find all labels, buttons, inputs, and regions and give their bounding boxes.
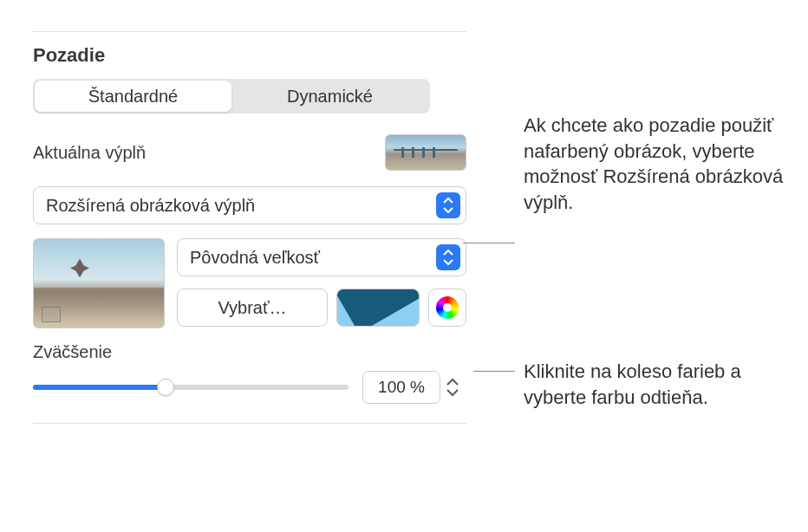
current-fill-thumbnail[interactable] <box>385 134 466 171</box>
tint-color-well[interactable] <box>336 289 420 327</box>
color-wheel-icon <box>436 296 459 319</box>
background-type-segmented[interactable]: Štandardné Dynamické <box>33 79 430 114</box>
callout-line <box>463 243 515 243</box>
segment-standard[interactable]: Štandardné <box>35 81 231 112</box>
zoom-stepper[interactable] <box>446 371 466 404</box>
zoom-slider[interactable] <box>33 385 349 390</box>
choose-tint-row: Vybrať… <box>177 289 466 327</box>
callout-text-color-wheel: Kliknite na koleso farieb a vyberte farb… <box>515 359 792 410</box>
zoom-stepper-group: 100 % <box>362 371 466 404</box>
divider-top <box>33 31 466 32</box>
callout-advanced-fill: Ak chcete ako pozadie použiť nafarbený o… <box>463 113 784 243</box>
fill-type-popup-label: Rozšírená obrázková výplň <box>46 196 436 216</box>
caret-up-icon <box>446 378 459 386</box>
fill-type-popup[interactable]: Rozšírená obrázková výplň <box>33 186 466 224</box>
color-wheel-button[interactable] <box>428 289 466 327</box>
callout-color-wheel: Kliknite na koleso farieb a vyberte farb… <box>473 359 792 410</box>
section-title: Pozadie <box>33 44 466 67</box>
callout-line <box>473 371 515 372</box>
zoom-label: Zväčšenie <box>33 342 466 362</box>
popup-arrows-icon <box>436 244 460 270</box>
zoom-value-text: 100 % <box>378 378 425 397</box>
scale-popup[interactable]: Pôvodná veľkosť <box>177 238 466 276</box>
zoom-slider-thumb[interactable] <box>157 379 174 396</box>
choose-button[interactable]: Vybrať… <box>177 289 328 327</box>
background-panel: Pozadie Štandardné Dynamické Aktuálna vý… <box>24 17 475 453</box>
callout-text-advanced-fill: Ak chcete ako pozadie použiť nafarbený o… <box>515 113 784 216</box>
segment-standard-label: Štandardné <box>88 87 178 107</box>
segment-dynamic-label: Dynamické <box>287 87 373 107</box>
zoom-slider-fill <box>33 385 166 390</box>
popup-arrows-icon <box>436 192 460 218</box>
choose-button-label: Vybrať… <box>218 298 286 318</box>
segment-dynamic[interactable]: Dynamické <box>231 81 428 112</box>
current-fill-row: Aktuálna výplň <box>33 134 466 171</box>
current-fill-label: Aktuálna výplň <box>33 143 146 163</box>
image-fill-controls: Pôvodná veľkosť Vybrať… <box>33 238 466 328</box>
divider-bottom <box>33 423 466 424</box>
caret-down-icon <box>446 388 459 397</box>
zoom-row: 100 % <box>33 371 466 404</box>
image-fill-thumbnail[interactable] <box>33 238 165 328</box>
thumbnail-detail <box>42 307 61 322</box>
scale-popup-label: Pôvodná veľkosť <box>190 248 436 268</box>
zoom-value-field[interactable]: 100 % <box>362 371 440 404</box>
image-fill-right-col: Pôvodná veľkosť Vybrať… <box>177 238 466 327</box>
